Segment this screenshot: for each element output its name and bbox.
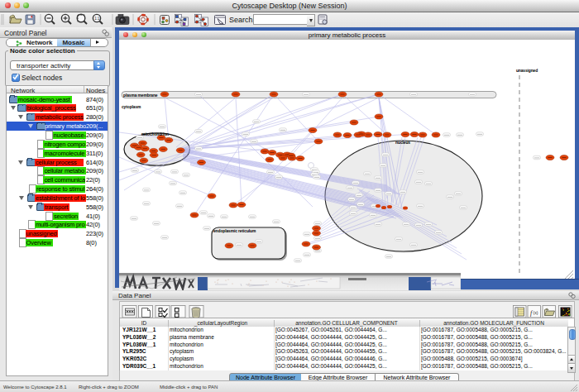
svg-text:(x): (x) xyxy=(534,310,538,315)
svg-text:plasma membrane: plasma membrane xyxy=(123,93,158,98)
svg-text:1:1: 1:1 xyxy=(94,17,100,21)
svg-text:cytoplasm: cytoplasm xyxy=(122,105,141,109)
svg-text:endoplasmic reticulum: endoplasmic reticulum xyxy=(213,229,256,233)
svg-text:unassigned: unassigned xyxy=(516,69,538,73)
svg-text:mitochondrion: mitochondrion xyxy=(141,132,169,136)
svg-text:nucleus: nucleus xyxy=(395,141,410,145)
